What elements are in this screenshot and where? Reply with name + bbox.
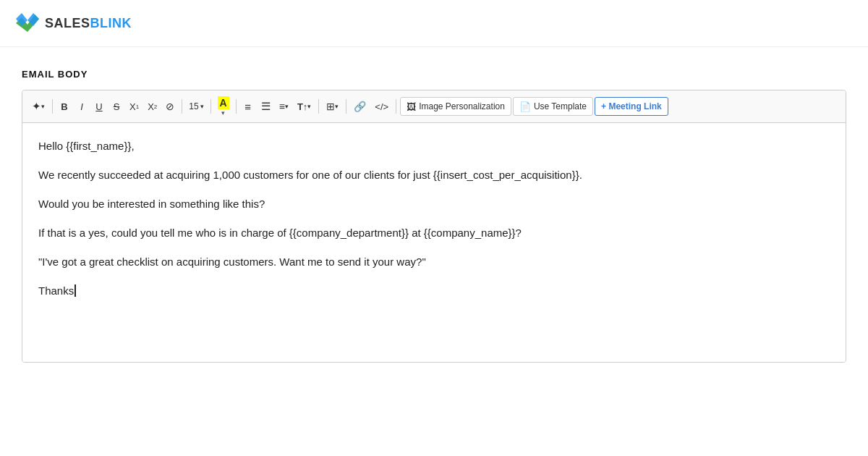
link-button[interactable]: 🔗 [350, 97, 370, 116]
text-format-button[interactable]: T↑ ▾ [294, 97, 315, 116]
template-icon: 📄 [519, 101, 531, 112]
editor-line-6: Thanks [38, 282, 830, 300]
use-template-button[interactable]: 📄 Use Template [513, 97, 593, 116]
unordered-list-button[interactable]: ☰ [258, 97, 274, 116]
text-color-a-icon: A [218, 96, 229, 109]
editor-line-3: Would you be interested in something lik… [38, 195, 830, 213]
magic-wand-button[interactable]: ✦ ▾ [28, 97, 48, 116]
toolbar: ✦ ▾ B I U S X1 X2 ⊘ 15 ▾ [22, 90, 846, 123]
main-content: EMAIL BODY ✦ ▾ B I U S X1 X2 ⊘ [0, 47, 868, 377]
text-format-chevron-icon: ▾ [307, 103, 311, 110]
use-template-label: Use Template [534, 101, 587, 111]
separator-7 [396, 99, 396, 114]
separator-3 [210, 99, 211, 114]
image-personalization-button[interactable]: 🖼 Image Personalization [400, 97, 511, 116]
table-button[interactable]: ⊞ ▾ [323, 97, 342, 116]
section-label: EMAIL BODY [22, 69, 846, 80]
editor-line-2: We recently succeeded at acquiring 1,000… [38, 166, 830, 184]
meeting-link-button[interactable]: + Meeting Link [595, 97, 668, 116]
logo-blink: BLINK [90, 16, 132, 31]
text-color-chevron-icon: ▾ [221, 109, 225, 117]
meeting-link-label: + Meeting Link [601, 101, 662, 111]
editor-line-4: If that is a yes, could you tell me who … [38, 224, 830, 242]
separator-2 [182, 99, 182, 114]
clear-format-icon: ⊘ [166, 101, 174, 112]
editor-container: ✦ ▾ B I U S X1 X2 ⊘ 15 ▾ [22, 90, 846, 363]
link-icon: 🔗 [354, 101, 366, 112]
strikethrough-button[interactable]: S [109, 97, 124, 116]
bold-button[interactable]: B [56, 97, 72, 116]
align-button[interactable]: ≡ ▾ [276, 97, 292, 116]
table-icon: ⊞ [326, 101, 335, 112]
logo-sales: SALES [45, 16, 90, 31]
separator-4 [236, 99, 237, 114]
magic-wand-chevron-icon: ▾ [41, 103, 45, 110]
text-format-icon: T↑ [297, 101, 307, 112]
superscript-button[interactable]: X1 [126, 97, 142, 116]
clear-format-button[interactable]: ⊘ [162, 97, 178, 116]
code-icon: </> [375, 101, 388, 112]
editor-body[interactable]: Hello {{first_name}}, We recently succee… [22, 123, 846, 362]
magic-wand-icon: ✦ [32, 100, 41, 113]
italic-button[interactable]: I [74, 97, 90, 116]
image-icon: 🖼 [407, 101, 416, 112]
image-personalization-label: Image Personalization [419, 101, 505, 111]
table-chevron-icon: ▾ [335, 103, 339, 110]
subscript-button[interactable]: X2 [144, 97, 161, 116]
align-chevron-icon: ▾ [285, 103, 289, 110]
logo: SALESBLINK [14, 10, 132, 36]
ordered-list-button[interactable]: ≡ [240, 97, 256, 116]
align-icon: ≡ [279, 101, 285, 112]
text-color-button[interactable]: A ▾ [215, 95, 232, 118]
header: SALESBLINK [0, 0, 868, 47]
code-button[interactable]: </> [371, 97, 392, 116]
font-size-value: 15 [189, 101, 198, 111]
logo-text: SALESBLINK [45, 16, 132, 31]
editor-line-1: Hello {{first_name}}, [38, 138, 830, 155]
separator-6 [346, 99, 346, 114]
cursor [75, 284, 79, 297]
editor-line-5: "I've got a great checklist on acquiring… [38, 253, 830, 271]
font-size-button[interactable]: 15 ▾ [186, 97, 206, 116]
ordered-list-icon: ≡ [244, 101, 251, 113]
logo-icon [14, 10, 41, 36]
unordered-list-icon: ☰ [261, 100, 271, 113]
font-size-chevron-icon: ▾ [200, 103, 204, 110]
underline-button[interactable]: U [91, 97, 107, 116]
separator-5 [318, 99, 319, 114]
separator-1 [52, 99, 53, 114]
